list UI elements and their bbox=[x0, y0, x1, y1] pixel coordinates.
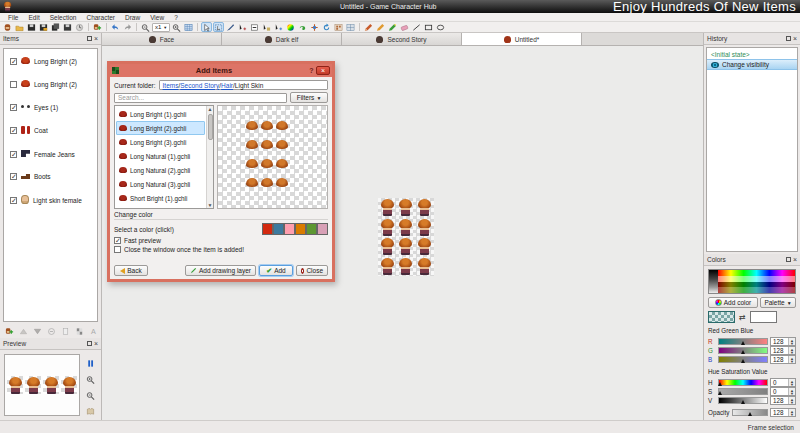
item-checkbox[interactable]: ✓ bbox=[10, 104, 17, 111]
item-row[interactable]: ✓Light skin female bbox=[10, 195, 97, 205]
menu-edit[interactable]: Edit bbox=[23, 14, 44, 21]
open-folder-icon[interactable] bbox=[14, 22, 25, 32]
back-button[interactable]: Back bbox=[114, 265, 148, 276]
item-checkbox[interactable] bbox=[10, 81, 17, 88]
tab-untitled-[interactable]: Untitled* bbox=[462, 33, 582, 45]
item-row[interactable]: ✓Boots bbox=[10, 173, 97, 180]
rotate-icon[interactable] bbox=[321, 22, 332, 32]
line-icon[interactable] bbox=[411, 22, 422, 32]
pen-icon[interactable] bbox=[375, 22, 386, 32]
file-item[interactable]: Short Bright (1).gchli bbox=[116, 191, 205, 205]
preview-zoom-out-icon[interactable] bbox=[85, 390, 96, 400]
item-checkbox[interactable]: ✓ bbox=[10, 151, 17, 158]
zoom-out-icon[interactable] bbox=[140, 22, 151, 32]
pause-icon[interactable] bbox=[85, 358, 96, 368]
color-swatch[interactable] bbox=[284, 223, 295, 235]
slider-handle[interactable] bbox=[741, 350, 745, 354]
menu-character[interactable]: Character bbox=[81, 14, 120, 21]
item-row[interactable]: ✓Long Bright (2) bbox=[10, 57, 97, 65]
dialog-help-button[interactable]: ? bbox=[307, 66, 316, 75]
new-character-icon[interactable] bbox=[2, 22, 13, 32]
color-wheel-icon[interactable] bbox=[285, 22, 296, 32]
translate-icon[interactable] bbox=[309, 22, 320, 32]
cursor-move-icon[interactable] bbox=[273, 22, 284, 32]
slider-value[interactable]: 128▲▼ bbox=[770, 346, 796, 355]
close-panel-icon[interactable]: × bbox=[94, 36, 98, 41]
palette-dropdown[interactable]: Palette▼ bbox=[760, 297, 796, 308]
character-sprite-sheet[interactable] bbox=[378, 198, 434, 276]
redo-icon[interactable] bbox=[122, 22, 133, 32]
item-row[interactable]: ✓Eyes (1) bbox=[10, 103, 97, 111]
history-entry[interactable]: Change visibility bbox=[707, 59, 797, 70]
magic-pen-icon[interactable] bbox=[387, 22, 398, 32]
preview-zoom-in-icon[interactable] bbox=[85, 374, 96, 384]
slider-handle[interactable] bbox=[741, 341, 745, 345]
item-checkbox[interactable]: ✓ bbox=[10, 173, 17, 180]
float-panel-icon[interactable] bbox=[87, 341, 92, 346]
rectangle-icon[interactable] bbox=[423, 22, 434, 32]
slider-track[interactable] bbox=[718, 347, 768, 354]
color-swatch[interactable] bbox=[317, 223, 328, 235]
slider-value[interactable]: 0▲▼ bbox=[770, 387, 796, 396]
ellipse-icon[interactable] bbox=[435, 22, 446, 32]
grid-icon[interactable] bbox=[183, 22, 194, 32]
minus-box-icon[interactable] bbox=[249, 22, 260, 32]
file-item[interactable]: Long Natural (1).gchli bbox=[116, 149, 205, 163]
filters-button[interactable]: Filters▼ bbox=[290, 92, 328, 103]
add-drawing-layer-button[interactable]: Add drawing layer bbox=[185, 265, 256, 276]
undo-icon[interactable] bbox=[110, 22, 121, 32]
select-rect-icon[interactable] bbox=[213, 22, 224, 32]
canvas[interactable]: Add Items ? × Current folder: Items / Se… bbox=[102, 46, 703, 420]
fast-preview-checkbox[interactable]: ✓ bbox=[114, 237, 121, 244]
item-row[interactable]: ✓Coat bbox=[10, 126, 97, 135]
export-icon[interactable] bbox=[74, 22, 85, 32]
page-icon[interactable] bbox=[60, 327, 71, 337]
history-initial-state[interactable]: <Initial state> bbox=[707, 50, 797, 59]
search-input[interactable]: Search... bbox=[114, 93, 287, 103]
menu-help[interactable]: ? bbox=[169, 14, 183, 21]
secondary-color-swatch[interactable] bbox=[750, 311, 777, 323]
file-item[interactable]: Long Bright (1).gchli bbox=[116, 107, 205, 121]
save-as-icon[interactable] bbox=[38, 22, 49, 32]
add-button[interactable]: ✔Add bbox=[259, 265, 293, 276]
float-panel-icon[interactable] bbox=[87, 36, 92, 41]
sheet-grid-icon[interactable] bbox=[345, 22, 356, 32]
fast-preview-row[interactable]: ✓ Fast preview bbox=[114, 237, 328, 244]
color-swatch[interactable] bbox=[295, 223, 306, 235]
file-item[interactable]: Long Natural (2).gchli bbox=[116, 163, 205, 177]
color-palette-grid[interactable] bbox=[708, 269, 796, 294]
menu-file[interactable]: File bbox=[3, 14, 23, 21]
float-panel-icon[interactable] bbox=[786, 257, 791, 262]
tab-face[interactable]: Face bbox=[102, 33, 222, 45]
zoom-in-icon[interactable] bbox=[171, 22, 182, 32]
float-panel-icon[interactable] bbox=[786, 36, 791, 41]
slider-value[interactable]: 128▲▼ bbox=[770, 355, 796, 364]
dialog-close-button[interactable]: × bbox=[316, 66, 330, 75]
menu-view[interactable]: View bbox=[145, 14, 169, 21]
sheet-icon[interactable] bbox=[333, 22, 344, 32]
slider-handle[interactable] bbox=[718, 391, 722, 395]
spinner[interactable]: ▲▼ bbox=[788, 397, 795, 404]
spinner[interactable]: ▲▼ bbox=[788, 347, 795, 354]
file-list-scrollbar[interactable]: ▲▼ bbox=[206, 106, 213, 208]
save-icon[interactable] bbox=[26, 22, 37, 32]
save-all-icon[interactable] bbox=[50, 22, 61, 32]
spinner[interactable]: ▲▼ bbox=[788, 379, 795, 386]
menu-selection[interactable]: Selection bbox=[45, 14, 82, 21]
spinner[interactable]: ▲▼ bbox=[788, 338, 795, 345]
breadcrumb-items[interactable]: Items bbox=[163, 82, 179, 89]
slider-value[interactable]: 0▲▼ bbox=[770, 378, 796, 387]
checker-icon[interactable] bbox=[74, 327, 85, 337]
slider-value[interactable]: 128▲▼ bbox=[770, 396, 796, 405]
cursor-copy-icon[interactable] bbox=[261, 22, 272, 32]
close-after-checkbox[interactable] bbox=[114, 246, 121, 253]
file-item[interactable]: Long Natural (3).gchli bbox=[116, 177, 205, 191]
add-item-icon[interactable] bbox=[4, 327, 15, 337]
item-checkbox[interactable]: ✓ bbox=[10, 197, 17, 204]
triangle-down-icon[interactable] bbox=[32, 327, 43, 337]
spinner[interactable]: ▲▼ bbox=[788, 388, 795, 395]
color-swatch[interactable] bbox=[273, 223, 284, 235]
book-icon[interactable] bbox=[85, 406, 96, 416]
file-item[interactable]: Long Bright (3).gchli bbox=[116, 135, 205, 149]
slider-track[interactable] bbox=[718, 397, 768, 404]
